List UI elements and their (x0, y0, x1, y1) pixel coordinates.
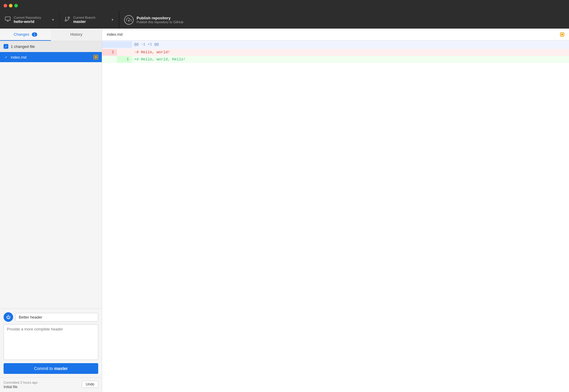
svg-rect-0 (5, 17, 10, 21)
file-dot-inner (95, 56, 97, 58)
publish-sublabel: Publish this repository to GitHub (137, 20, 564, 24)
main-layout: Changes 1 History ✓ 1 changed file ✓ ind… (0, 29, 569, 392)
last-commit-time: Committed 2 hours ago (4, 381, 37, 384)
last-commit-message: Initial file (4, 385, 37, 389)
maximize-button[interactable] (14, 4, 18, 7)
file-list: ✓ index.md (0, 52, 102, 180)
diff-file-name: index.md (107, 32, 123, 37)
repository-value: hello-world (14, 19, 49, 24)
commit-avatar: ⏻ (4, 312, 13, 322)
diff-hunk-num-left (102, 41, 117, 48)
undo-button[interactable]: Undo (82, 381, 98, 388)
tab-changes-label: Changes (14, 32, 29, 37)
repository-section[interactable]: Current Repository hello-world ▼ (0, 11, 60, 28)
select-all-checkbox[interactable]: ✓ (4, 44, 8, 49)
commit-description-input[interactable] (4, 324, 98, 360)
branch-icon (64, 16, 70, 23)
changes-badge: 1 (32, 32, 37, 37)
file-checkbox[interactable]: ✓ (4, 55, 8, 59)
diff-line-removed: 1 -# Hello, world! (102, 49, 569, 56)
tab-history-label: History (70, 32, 82, 37)
chevron-down-icon-2: ▼ (111, 18, 114, 21)
content-area: index.md @@ −1 +1 @@ 1 -# Hello, world! (102, 29, 569, 392)
file-name: index.md (11, 55, 91, 59)
last-commit: Committed 2 hours ago Initial file Undo (0, 377, 102, 392)
svg-point-4 (68, 17, 70, 18)
file-header: index.md (102, 29, 569, 40)
branch-value: master (73, 19, 108, 24)
power-icon: ⏻ (6, 315, 10, 319)
monitor-icon (5, 16, 11, 23)
file-status-dot (93, 55, 98, 59)
diff-num-left-removed: 1 (102, 49, 117, 56)
diff-num-right-added: 1 (117, 56, 132, 63)
branch-info: Current Branch master (73, 16, 108, 24)
sidebar-spacer (0, 180, 102, 308)
changed-files-label: 1 changed file (11, 44, 35, 49)
diff-num-left-added (102, 56, 117, 63)
title-bar (0, 0, 569, 11)
repository-label: Current Repository (14, 16, 49, 19)
branch-label: Current Branch (73, 16, 108, 19)
diff-num-right-removed (117, 49, 132, 56)
commit-section: ⏻ Commit to master (0, 308, 102, 377)
diff-code-added: +# Hello, world, Hello! (132, 57, 569, 62)
tab-history[interactable]: History (51, 29, 102, 41)
changed-files-header: ✓ 1 changed file (0, 41, 102, 52)
file-header-status-dot (560, 32, 564, 37)
chevron-down-icon: ▼ (51, 18, 54, 21)
commit-button[interactable]: Commit to master (4, 363, 98, 374)
publish-label: Publish repository (137, 16, 564, 20)
publish-section[interactable]: Publish repository Publish this reposito… (119, 11, 569, 28)
commit-message-row: ⏻ (4, 312, 98, 322)
branch-section[interactable]: Current Branch master ▼ (60, 11, 119, 28)
commit-button-label-normal: Commit to (34, 366, 54, 371)
traffic-lights (4, 4, 18, 7)
diff-hunk-num-right (117, 41, 132, 48)
upload-cloud-icon (124, 15, 134, 25)
diff-code-removed: -# Hello, world! (132, 50, 569, 55)
publish-info: Publish repository Publish this reposito… (137, 16, 564, 24)
tab-changes[interactable]: Changes 1 (0, 29, 51, 41)
commit-button-label-bold: master (54, 366, 68, 371)
repository-info: Current Repository hello-world (14, 16, 49, 24)
diff-hunk-header: @@ −1 +1 @@ (102, 40, 569, 49)
diff-line-added: 1 +# Hello, world, Hello! (102, 56, 569, 63)
sidebar: Changes 1 History ✓ 1 changed file ✓ ind… (0, 29, 102, 392)
close-button[interactable] (4, 4, 7, 7)
file-header-dot-inner (561, 34, 563, 35)
diff-view: @@ −1 +1 @@ 1 -# Hello, world! 1 +# Hell… (102, 40, 569, 392)
svg-point-5 (65, 20, 67, 21)
list-item[interactable]: ✓ index.md (0, 52, 102, 62)
diff-hunk-code: @@ −1 +1 @@ (132, 42, 569, 47)
last-commit-info: Committed 2 hours ago Initial file (4, 381, 37, 389)
toolbar: Current Repository hello-world ▼ Current… (0, 11, 569, 29)
tabs: Changes 1 History (0, 29, 102, 41)
minimize-button[interactable] (9, 4, 12, 7)
commit-title-input[interactable] (15, 313, 98, 322)
